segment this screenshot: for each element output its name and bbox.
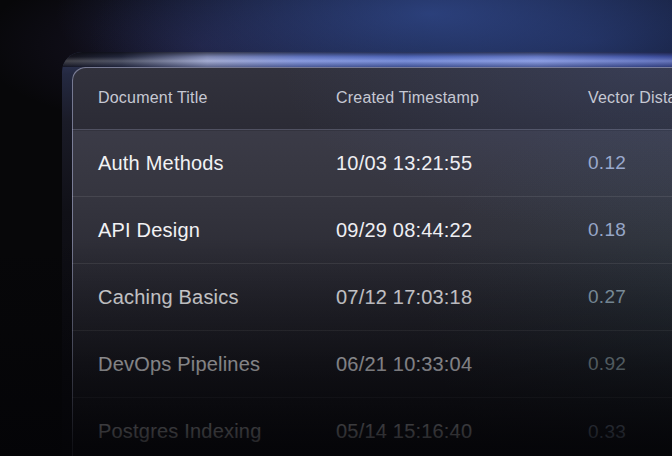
document-title-cell: Caching Basics (98, 286, 336, 309)
table-header-row: Document Title Created Timestamp Vector … (72, 67, 672, 130)
vector-distance-cell: 0.12 (588, 152, 672, 174)
created-timestamp-cell: 10/03 13:21:55 (336, 152, 588, 175)
table-row[interactable]: DevOps Pipelines 06/21 10:33:04 0.92 (72, 331, 672, 398)
created-timestamp-cell: 05/14 15:16:40 (336, 420, 588, 443)
document-title-cell: Postgres Indexing (98, 420, 336, 443)
column-header-document-title: Document Title (98, 89, 336, 107)
document-title-cell: DevOps Pipelines (98, 353, 336, 376)
column-header-vector-distance: Vector Distance (588, 89, 672, 107)
document-title-cell: API Design (98, 219, 336, 242)
created-timestamp-cell: 09/29 08:44:22 (336, 219, 588, 242)
card-top-glow-edge (62, 52, 672, 67)
table-row[interactable]: Auth Methods 10/03 13:21:55 0.12 (72, 130, 672, 197)
vector-distance-cell: 0.33 (588, 421, 672, 443)
vector-distance-cell: 0.92 (588, 353, 672, 375)
vector-distance-cell: 0.18 (588, 219, 672, 241)
table-body: Auth Methods 10/03 13:21:55 0.12 API Des… (72, 130, 672, 456)
column-header-created-timestamp: Created Timestamp (336, 89, 588, 107)
vector-distance-cell: 0.27 (588, 286, 672, 308)
screenshot-root: Document Title Created Timestamp Vector … (0, 0, 672, 456)
created-timestamp-cell: 07/12 17:03:18 (336, 286, 588, 309)
document-title-cell: Auth Methods (98, 152, 336, 175)
created-timestamp-cell: 06/21 10:33:04 (336, 353, 588, 376)
table-panel: Document Title Created Timestamp Vector … (72, 67, 672, 456)
table-row[interactable]: API Design 09/29 08:44:22 0.18 (72, 197, 672, 264)
documents-table-card: Document Title Created Timestamp Vector … (62, 52, 672, 456)
table-row[interactable]: Caching Basics 07/12 17:03:18 0.27 (72, 264, 672, 331)
table-row[interactable]: Postgres Indexing 05/14 15:16:40 0.33 (72, 398, 672, 456)
